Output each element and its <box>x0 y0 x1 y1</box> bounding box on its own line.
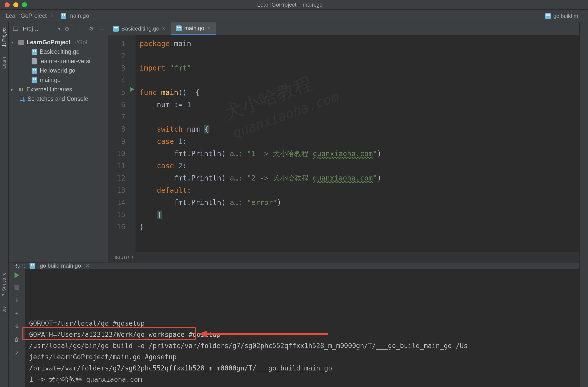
right-tool-rail <box>579 22 588 262</box>
minimize-window-icon[interactable] <box>13 2 18 7</box>
code-line[interactable]: import "fmt" <box>140 62 579 74</box>
project-panel-header: Proj… ▾ ⊕ ÷ | ⚙ — <box>9 22 108 35</box>
close-icon[interactable]: ✕ <box>86 263 89 269</box>
line-number: 14 <box>108 197 125 209</box>
project-view-icon <box>12 26 19 32</box>
print-icon[interactable]: 🖶 <box>14 323 20 329</box>
code-line[interactable]: default: <box>140 184 579 197</box>
locate-icon[interactable]: ⊕ <box>65 26 69 32</box>
code-line[interactable]: case 1: <box>140 135 579 148</box>
svg-rect-3 <box>20 88 21 91</box>
console-line: /private/var/folders/g7/sg02phc552qffxx1… <box>29 363 575 374</box>
tree-root[interactable]: ▾ LearnGoProject ~/Gol <box>9 38 108 47</box>
code-line[interactable]: fmt.Println( a…: "error") <box>140 197 579 209</box>
run-config-name[interactable]: go build main.go <box>40 262 81 269</box>
code-line[interactable]: fmt.Println( a…: "2 -> 犬小哈教程 quanxiaoha.… <box>140 172 579 184</box>
line-number: 7 <box>108 111 125 123</box>
run-config-label: go build m <box>553 13 578 19</box>
maximize-window-icon[interactable] <box>22 2 27 7</box>
caret-down-icon[interactable]: ▾ <box>11 40 16 45</box>
tree-scratches-label: Scratches and Console <box>28 95 88 102</box>
collapse-icon[interactable]: ÷ <box>74 26 77 32</box>
go-file-icon <box>32 49 37 55</box>
right-tool-rail-lower <box>579 262 588 387</box>
scratches-icon <box>19 96 25 102</box>
code-line[interactable] <box>140 50 579 62</box>
tree-external-libs[interactable]: ▸External Libraries <box>9 85 108 94</box>
editor-tab[interactable]: Basicediting.go ✕ <box>108 22 171 35</box>
editor-tab-label: Basicediting.go <box>121 25 159 32</box>
tree-file-label: Helloworld.go <box>40 67 75 74</box>
code-line[interactable]: switch num { <box>140 123 579 135</box>
go-file-icon <box>32 77 37 83</box>
tree-file[interactable]: feature-trainer-versi <box>9 57 108 66</box>
line-number: 3 <box>108 62 125 74</box>
run-gutter-icon[interactable] <box>130 87 134 92</box>
caret-right-icon[interactable]: ▸ <box>11 87 16 92</box>
trash-icon[interactable]: 🗑 <box>14 337 20 343</box>
down-icon[interactable]: ↧ <box>15 297 19 303</box>
code-line[interactable]: package main <box>140 38 579 50</box>
rail-project-tab[interactable]: 1: Project <box>2 27 7 47</box>
code-line[interactable]: } <box>140 221 579 233</box>
project-panel-title[interactable]: Proj… <box>23 25 54 32</box>
go-file-icon <box>545 13 551 19</box>
code-line[interactable]: case 2: <box>140 160 579 172</box>
gear-icon[interactable]: ⚙ <box>89 26 94 32</box>
tree-file[interactable]: main.go <box>9 75 108 85</box>
console-line: /usr/local/go/bin/go build -o /private/v… <box>29 340 575 351</box>
line-number: 1 <box>108 38 125 50</box>
code-editor[interactable]: 12345678910111213141516 犬小哈教程 quanxiaoha… <box>108 35 579 252</box>
line-number: 10 <box>108 148 125 160</box>
code-body[interactable]: 犬小哈教程 quanxiaoha.com package mainimport … <box>136 35 579 252</box>
close-icon[interactable]: ✕ <box>207 25 211 31</box>
line-number: 12 <box>108 172 125 184</box>
editor-breadcrumb: main() <box>108 252 579 262</box>
breadcrumb-project[interactable]: LearnGoProject <box>6 12 47 19</box>
code-line[interactable]: } <box>140 209 579 221</box>
rail-favorites-tab[interactable]: ites <box>2 306 7 313</box>
rail-structure-tab[interactable]: 7: Structure <box>2 272 7 296</box>
code-line[interactable]: fmt.Println( a…: "1 -> 犬小哈教程 quanxiaoha.… <box>140 148 579 160</box>
line-number: 2 <box>108 50 125 62</box>
line-number: 15 <box>108 209 125 221</box>
code-line[interactable]: num := 1 <box>140 99 579 111</box>
library-icon <box>18 87 24 92</box>
tree-root-label: LearnGoProject <box>26 39 71 46</box>
code-line[interactable] <box>140 74 579 87</box>
tree-scratches[interactable]: Scratches and Console <box>9 94 108 104</box>
editor-tab-active[interactable]: main.go ✕ <box>171 22 216 35</box>
tree-file[interactable]: Helloworld.go <box>9 66 108 75</box>
close-window-icon[interactable] <box>5 2 10 7</box>
svg-rect-0 <box>13 27 18 31</box>
rerun-icon[interactable] <box>15 272 19 278</box>
hide-panel-icon[interactable]: — <box>99 26 104 32</box>
run-config-selector[interactable]: go build m <box>541 12 582 20</box>
tree-file[interactable]: Basicediting.go <box>9 47 108 57</box>
window-title: LearnGoProject – main.go <box>27 2 553 8</box>
code-line[interactable] <box>140 111 579 123</box>
rail-learn-tab[interactable]: Learn <box>2 57 7 69</box>
line-number: 4 <box>108 74 125 87</box>
run-console[interactable]: GOROOT=/usr/local/go #gosetupGOPATH=/Use… <box>25 269 579 387</box>
wrap-icon[interactable]: ⤶ <box>15 310 19 316</box>
run-panel: Run: go build main.go ✕ ↧ ⤶ 🖶 🗑 ↗ G <box>9 262 579 387</box>
code-line[interactable]: func main() { <box>140 87 579 99</box>
project-tree[interactable]: ▾ LearnGoProject ~/Gol Basicediting.go f… <box>9 35 108 106</box>
chevron-down-icon[interactable]: ▾ <box>58 26 61 32</box>
editor-tab-label: main.go <box>184 25 204 32</box>
svg-rect-2 <box>19 88 20 91</box>
line-number: 11 <box>108 160 125 172</box>
editor-tabs: Basicediting.go ✕ main.go ✕ <box>108 22 579 35</box>
titlebar: LearnGoProject – main.go <box>0 0 588 10</box>
folder-icon <box>18 40 24 45</box>
go-file-icon <box>176 25 182 31</box>
close-icon[interactable]: ✕ <box>162 26 166 32</box>
expand-icon[interactable]: ↗ <box>15 350 19 356</box>
stop-icon[interactable] <box>15 285 19 290</box>
breadcrumb-file[interactable]: main.go <box>68 12 89 19</box>
go-file-icon <box>113 26 119 32</box>
svg-marker-8 <box>198 330 207 338</box>
project-panel: Proj… ▾ ⊕ ÷ | ⚙ — ▾ LearnGoProject ~/Gol… <box>9 22 108 262</box>
tree-file-label: feature-trainer-versi <box>39 58 90 65</box>
